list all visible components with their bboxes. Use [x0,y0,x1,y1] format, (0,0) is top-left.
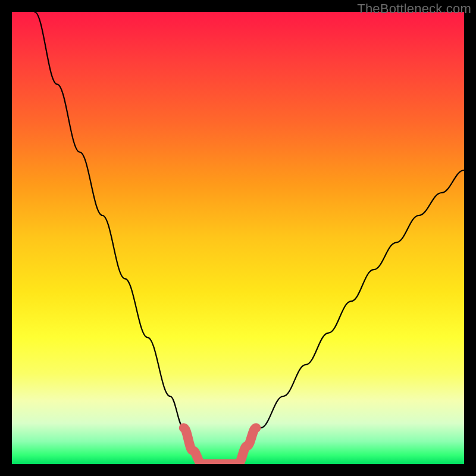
series-right-curve [238,170,464,464]
plot-area [12,12,464,464]
series-valley-bridge [184,428,256,464]
series-left-curve [35,12,202,464]
curve-layer [12,12,464,464]
watermark-text: TheBottleneck.com [357,1,471,17]
chart-frame: TheBottleneck.com [0,0,476,476]
